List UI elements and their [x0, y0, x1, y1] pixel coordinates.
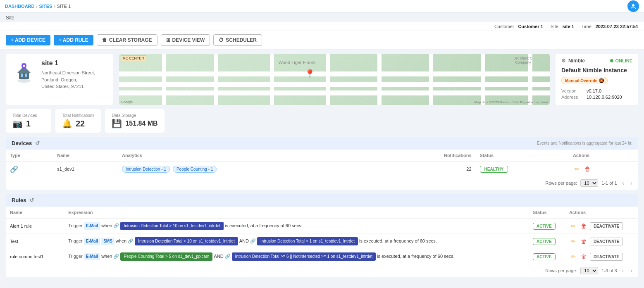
col-rule-name: Name	[6, 207, 64, 219]
grid-icon: ⊞	[166, 37, 170, 43]
rules-page-range: 1-3 of 3	[601, 268, 617, 273]
rows-per-page-select[interactable]: 10 25 50	[580, 179, 598, 187]
rule-actions-2: ✏ 🗑 DEACTIVATE	[565, 234, 638, 249]
map-placeholder: RE CENTER Wood Tiger Floors Jet Black CC…	[119, 54, 550, 105]
deactivate-rule-3-button[interactable]: DEACTIVATE	[590, 253, 623, 261]
stat-data-storage: Data Storage 💾 151.84 MB	[105, 109, 164, 133]
rules-section: Rules ↺ Name Expression Status Actions A…	[6, 194, 638, 277]
table-row: Alert 1 rule Trigger E-Mail when 🔗 Intru…	[6, 219, 638, 234]
scheduler-button[interactable]: ⏱ SCHEDULER	[213, 34, 262, 46]
trash-icon: 🗑	[102, 37, 107, 43]
rules-title: Rules	[12, 197, 26, 203]
time-info: Time - 2023-07-23 22:57:51	[582, 24, 638, 29]
status-badge-active-2: ACTIVE	[533, 238, 556, 245]
rule-condition-3b: Intrusion Detection Total >= 6 || NotInt…	[232, 252, 376, 261]
prev-page-button[interactable]: ‹	[620, 179, 626, 187]
devices-refresh-icon[interactable]: ↺	[35, 140, 40, 146]
col-type: Type	[6, 150, 53, 162]
table-row: rule combo test1 Trigger E-Mail when 🔗 P…	[6, 249, 638, 264]
map-jetblack-label: Jet Black CCompany	[514, 56, 533, 64]
rule-status-2: ACTIVE	[529, 234, 565, 249]
table-row: Test Trigger E-Mail SMS when 🔗 Intrusion…	[6, 234, 638, 249]
stat-total-notifications: Total Notifications 🔔 22	[55, 109, 101, 133]
header-info-bar: Customer - Customer 1 Site - site 1 Time…	[0, 22, 644, 31]
col-status: Status	[476, 150, 569, 162]
status-badge-active-3: ACTIVE	[533, 253, 556, 260]
rules-next-page-button[interactable]: ›	[629, 267, 634, 275]
storage-icon: 💾	[112, 119, 122, 129]
site-info-row: site 1 Northeast Emerson Street, Portlan…	[6, 54, 638, 105]
add-rule-button[interactable]: + ADD RULE	[54, 35, 93, 45]
edit-device-button[interactable]: ✏	[573, 165, 581, 173]
sms-badge: SMS	[101, 238, 114, 245]
map-pin: 📍	[304, 69, 315, 80]
rule-action-btns-1: ✏ 🗑 DEACTIVATE	[569, 222, 634, 230]
rule-expr-2: Trigger E-Mail SMS when 🔗 Intrusion Dete…	[64, 234, 529, 249]
notifications-info: Total Notifications 🔔 22	[62, 113, 94, 129]
rules-prev-page-button[interactable]: ‹	[620, 267, 626, 275]
storage-value: 151.84 MB	[125, 120, 157, 127]
notifications-value: 22	[76, 119, 85, 129]
deactivate-rule-1-button[interactable]: DEACTIVATE	[590, 222, 623, 230]
table-row: 🔗 s1_dev1 Intrusion Detection - 1 People…	[6, 162, 638, 177]
rules-rows-per-page-label: Rows per page:	[545, 268, 577, 273]
svg-rect-2	[19, 72, 29, 79]
device-action-btns: ✏ 🗑	[573, 165, 634, 173]
add-device-button[interactable]: + ADD DEVICE	[6, 35, 50, 45]
device-view-button[interactable]: ⊞ DEVICE VIEW	[161, 34, 210, 46]
delete-device-button[interactable]: 🗑	[583, 165, 592, 173]
delete-rule-1-button[interactable]: 🗑	[579, 222, 588, 230]
col-notifications: Notifications	[384, 150, 476, 162]
email-badge-2: E-Mail	[84, 238, 100, 245]
edit-rule-2-button[interactable]: ✏	[569, 237, 577, 245]
device-type: 🔗	[6, 162, 53, 177]
rules-rows-per-page-select[interactable]: 10 25 50	[580, 267, 598, 274]
top-bar-right	[627, 0, 639, 12]
device-name: s1_dev1	[53, 162, 118, 177]
breadcrumb-dashboard[interactable]: DASHBOARD	[5, 4, 35, 9]
rules-table-header-row: Name Expression Status Actions	[6, 207, 638, 219]
breadcrumb-sites[interactable]: SITES	[39, 4, 52, 9]
device-notifications: 22	[384, 162, 476, 177]
toolbar: + ADD DEVICE + ADD RULE 🗑 CLEAR STORAGE …	[0, 31, 644, 50]
rules-refresh-icon[interactable]: ↺	[29, 197, 34, 203]
deactivate-rule-2-button[interactable]: DEACTIVATE	[590, 238, 623, 245]
network-icon-sm-5: 🔗	[225, 253, 231, 260]
delete-rule-3-button[interactable]: 🗑	[579, 252, 588, 261]
rule-status-3: ACTIVE	[529, 249, 565, 264]
nimble-title: Default Nimble Instance	[561, 67, 632, 74]
clear-storage-button[interactable]: 🗑 CLEAR STORAGE	[97, 34, 157, 46]
next-page-button[interactable]: ›	[629, 179, 634, 187]
rule-name-3: rule combo test1	[6, 249, 64, 264]
col-rule-actions: Actions	[565, 207, 638, 219]
nimble-badge-close[interactable]: ✕	[599, 78, 604, 83]
col-rule-status: Status	[529, 207, 565, 219]
rule-expr-1: Trigger E-Mail when 🔗 Intrusion Detectio…	[64, 219, 529, 234]
network-icon-sm-2: 🔗	[128, 238, 134, 245]
rule-condition-2a: Intrusion Detection Total > 10 on s1_tes…	[135, 237, 238, 245]
network-icon-sm: 🔗	[113, 222, 119, 230]
devices-section-note: Events and Notifications is aggregated f…	[537, 141, 632, 145]
nimble-status-text: ONLINE	[615, 58, 632, 63]
edit-rule-3-button[interactable]: ✏	[569, 252, 577, 261]
edit-rule-1-button[interactable]: ✏	[569, 222, 577, 230]
network-icon-sm-4: 🔗	[113, 253, 119, 260]
svg-point-7	[23, 65, 25, 67]
breadcrumb: DASHBOARD / SITES / SITE 1	[5, 4, 71, 9]
map-container: RE CENTER Wood Tiger Floors Jet Black CC…	[119, 54, 550, 105]
devices-section: Devices ↺ Events and Notifications is ag…	[6, 137, 638, 190]
rule-name-1: Alert 1 rule	[6, 219, 64, 234]
rule-actions-1: ✏ 🗑 DEACTIVATE	[565, 219, 638, 234]
nimble-instance-icon: ⚙	[561, 58, 566, 64]
rule-condition-3a: People Counting Total > 5 on s1_dev1_ppl…	[120, 252, 212, 261]
breadcrumb-current: SITE 1	[57, 4, 71, 9]
site-icon	[12, 60, 36, 84]
breadcrumb-sep1: /	[36, 4, 38, 9]
rule-actions-3: ✏ 🗑 DEACTIVATE	[565, 249, 638, 264]
avatar-button[interactable]	[627, 0, 639, 12]
network-icon: 🔗	[10, 166, 18, 173]
rules-table: Name Expression Status Actions Alert 1 r…	[6, 207, 638, 264]
delete-rule-2-button[interactable]: 🗑	[579, 237, 588, 245]
time-value: 2023-07-23 22:57:51	[596, 24, 638, 29]
col-expression: Expression	[64, 207, 529, 219]
